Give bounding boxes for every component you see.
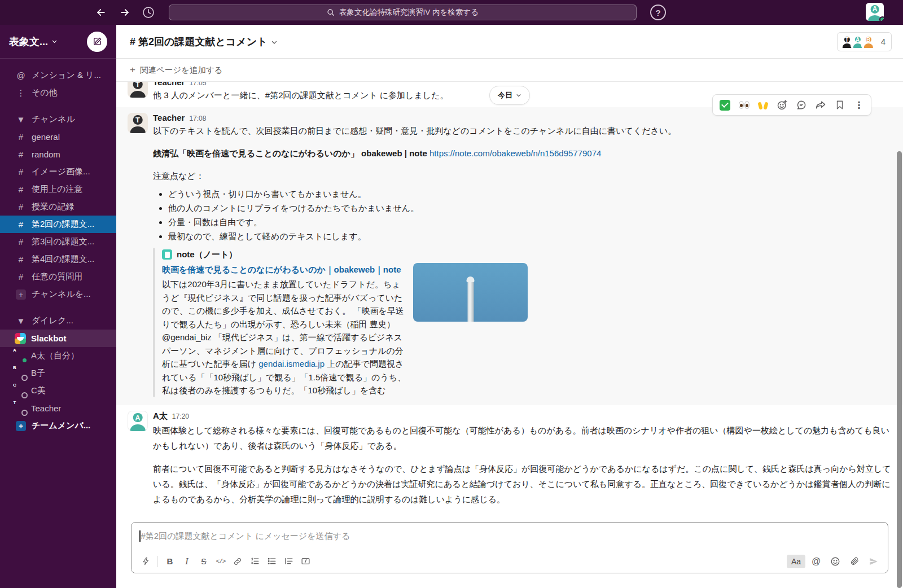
sidebar-channel-image[interactable]: #イメージ画像... xyxy=(0,163,116,181)
sidebar-channel-random[interactable]: #random xyxy=(0,146,116,163)
quick-reaction-raised-hands-button[interactable] xyxy=(755,97,772,113)
send-message-button[interactable] xyxy=(865,554,882,569)
hash-icon: # xyxy=(15,167,27,177)
presence-online-indicator xyxy=(879,16,884,21)
sidebar-channel-session2-selected[interactable]: #第2回の課題文... xyxy=(0,216,116,233)
triangle-down-icon: ▼ xyxy=(15,115,27,124)
message-actions-toolbar: ⋮ xyxy=(712,94,871,116)
user-menu-button[interactable]: A xyxy=(866,3,884,21)
bookmark-icon xyxy=(835,100,845,110)
unfurl-thumbnail-image[interactable] xyxy=(413,263,528,322)
message-input[interactable]: #第2回の課題文献とコメント にメッセージを送信する xyxy=(131,523,888,550)
avatar[interactable]: A xyxy=(128,411,148,431)
sidebar-channel-session3[interactable]: #第3回の課題文... xyxy=(0,233,116,251)
article-url-link[interactable]: https://note.com/obakeweb/n/n156d9577907… xyxy=(429,148,601,158)
workspace-header[interactable]: 表象文... xyxy=(0,25,116,59)
message-timestamp[interactable]: 17:20 xyxy=(172,413,189,420)
bold-button[interactable]: B xyxy=(161,554,178,569)
add-channel-button[interactable]: + チャンネルを... xyxy=(0,286,116,303)
link-button[interactable] xyxy=(229,554,246,569)
message-atai: A A太 17:20 映画体験として総称される様々な要素には、回復可能であるもの… xyxy=(116,405,903,511)
help-button[interactable]: ? xyxy=(650,5,666,20)
unfurl-title-link[interactable]: 映画を倍速で見ることのなにがわるいのか｜obakeweb｜note xyxy=(162,265,401,274)
message-timestamp[interactable]: 17:05 xyxy=(189,82,206,87)
date-divider-button[interactable]: 今日 xyxy=(489,86,530,105)
sidebar-channel-questions[interactable]: #任意の質問用 xyxy=(0,268,116,286)
article-citation: 銭清弘「映画を倍速で見ることのなにがわるいのか」 obakeweb | note xyxy=(153,148,427,158)
quick-reaction-eyes-button[interactable] xyxy=(735,97,752,113)
presence-offline-indicator xyxy=(21,410,28,416)
channel-label: 第2回の課題文... xyxy=(32,219,94,230)
history-forward-button[interactable] xyxy=(117,5,132,20)
dm-label: C美 xyxy=(31,385,46,396)
sidebar-channel-class-records[interactable]: #授業の記録 xyxy=(0,198,116,216)
history-back-button[interactable] xyxy=(94,5,108,20)
kebab-vertical-icon: ⋮ xyxy=(15,88,27,98)
paperclip-icon xyxy=(850,556,860,566)
add-reaction-button[interactable] xyxy=(774,97,791,113)
history-menu-button[interactable] xyxy=(141,5,156,20)
sidebar: 表象文... @ メンション & リ... ⋮ その他 ▼ チャンネル #gen… xyxy=(0,25,116,588)
code-block-button[interactable] xyxy=(297,554,314,569)
sidebar-item-more[interactable]: ⋮ その他 xyxy=(0,84,116,102)
channels-section-header[interactable]: ▼ チャンネル xyxy=(0,111,116,128)
emoji-picker-button[interactable] xyxy=(827,554,844,569)
sidebar-dm-bko[interactable]: B B子 xyxy=(0,365,116,382)
message-sender[interactable]: Teacher xyxy=(153,113,185,122)
sidebar-dm-cmi[interactable]: C C美 xyxy=(0,382,116,400)
blockquote-button[interactable] xyxy=(280,554,297,569)
sidebar-channel-session4[interactable]: #第4回の課題文... xyxy=(0,251,116,268)
reply-in-thread-button[interactable] xyxy=(793,97,810,113)
plus-icon: + xyxy=(16,289,26,300)
dm-section-header[interactable]: ▼ ダイレク... xyxy=(0,312,116,330)
hash-icon: # xyxy=(15,185,27,194)
ordered-list-button[interactable] xyxy=(246,554,263,569)
unfurl-description: 以下は2020年3月に書いたまま放置していたドラフトだ。ちょうど『現代ビジネス』… xyxy=(162,278,406,397)
sidebar-channel-usage-notes[interactable]: #使用上の注意 xyxy=(0,181,116,198)
channel-title: # 第2回の課題文献とコメント xyxy=(130,35,268,49)
shortcuts-button[interactable] xyxy=(137,554,154,569)
scrollbar-thumb[interactable] xyxy=(897,151,902,588)
quick-reaction-white-check-mark-button[interactable] xyxy=(716,97,733,113)
share-message-button[interactable] xyxy=(812,97,829,113)
invite-team-members-button[interactable]: + チームメンバ... xyxy=(0,417,116,435)
channel-title-button[interactable]: # 第2回の課題文献とコメント xyxy=(130,35,278,49)
attach-file-button[interactable] xyxy=(846,554,863,569)
message-sender[interactable]: A太 xyxy=(153,411,168,422)
formatting-toggle-button[interactable]: Aa xyxy=(787,555,805,568)
add-channel-label: チャンネルを... xyxy=(32,289,91,300)
message-timestamp[interactable]: 17:08 xyxy=(189,115,206,122)
save-for-later-button[interactable] xyxy=(831,97,848,113)
italic-button[interactable]: I xyxy=(178,554,195,569)
sidebar-dm-slackbot[interactable]: Slackbot xyxy=(0,330,116,347)
sidebar-item-mentions[interactable]: @ メンション & リ... xyxy=(0,67,116,84)
sidebar-dm-self[interactable]: A A太（自分） xyxy=(0,347,116,365)
sidebar-dm-teacher[interactable]: T Teacher xyxy=(0,400,116,417)
sidebar-channel-general[interactable]: #general xyxy=(0,128,116,146)
avatar[interactable]: T xyxy=(128,113,148,133)
main-pane: # 第2回の課題文献とコメント T A B 4 + 関連ページを追加する T T… xyxy=(116,25,903,588)
strikethrough-button[interactable]: S xyxy=(195,554,212,569)
message-sender[interactable]: Teacher xyxy=(153,82,185,87)
search-input[interactable]: 表象文化論特殊研究演習IV 内を検索する xyxy=(169,5,637,20)
message-text: 前者について回復不可能であると判断する見方はなさそうなので、ひとまず論点は「身体… xyxy=(153,461,892,507)
inline-code-button[interactable]: </> xyxy=(212,554,229,569)
channel-members-button[interactable]: T A B 4 xyxy=(837,32,892,51)
bulleted-list-button[interactable] xyxy=(263,554,280,569)
mention-button[interactable]: @ xyxy=(808,554,825,569)
new-message-button[interactable] xyxy=(87,32,107,52)
gendai-link[interactable]: gendai.ismedia.jp xyxy=(258,359,325,368)
bullet-item: どういう視点・切り口から書いてもかまいません。 xyxy=(168,187,892,201)
dm-label: Slackbot xyxy=(31,334,67,343)
hash-icon: # xyxy=(15,220,27,229)
hash-icon: # xyxy=(15,202,27,212)
emoji-icon xyxy=(830,556,840,567)
avatar[interactable]: T xyxy=(128,82,148,98)
add-canvas-tab-button[interactable]: + 関連ページを追加する xyxy=(116,59,903,82)
message-text: 銭清弘「映画を倍速で見ることのなにがわるいのか」 obakeweb | note… xyxy=(153,146,892,161)
more-actions-button[interactable]: ⋮ xyxy=(851,97,867,113)
bulleted-list-icon xyxy=(267,556,277,566)
message-text: 以下のテキストを読んで、次回授業日の前日までに感想・疑問・意見・批判などのコメン… xyxy=(153,124,892,138)
message-composer[interactable]: #第2回の課題文献とコメント にメッセージを送信する B I S </> xyxy=(131,522,888,573)
channel-label: 任意の質問用 xyxy=(32,271,82,282)
